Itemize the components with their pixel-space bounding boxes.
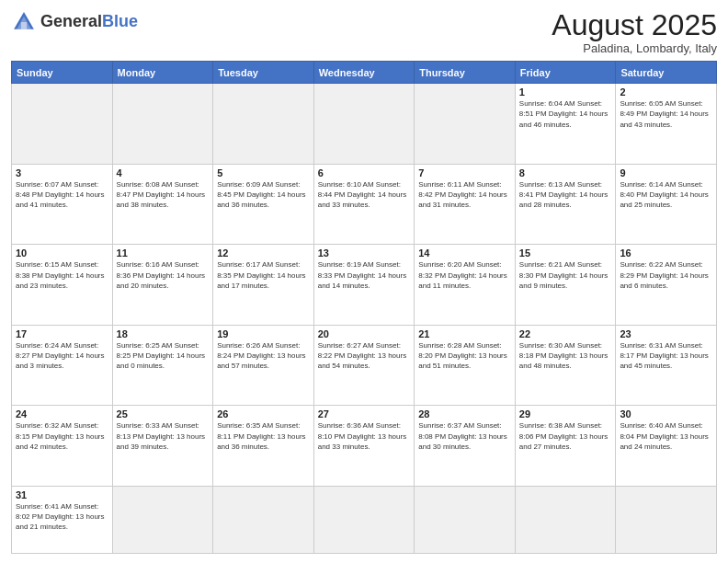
- header-friday: Friday: [515, 62, 616, 84]
- day-number: 3: [16, 167, 108, 178]
- calendar-cell: [415, 84, 516, 165]
- day-number: 2: [620, 86, 712, 98]
- calendar-cell: 20Sunrise: 6:27 AM Sunset: 8:22 PM Dayli…: [313, 325, 415, 406]
- day-info: Sunrise: 6:14 AM Sunset: 8:40 PM Dayligh…: [620, 179, 712, 211]
- calendar-cell: 11Sunrise: 6:16 AM Sunset: 8:36 PM Dayli…: [112, 245, 213, 326]
- day-number: 24: [16, 408, 108, 419]
- day-info: Sunrise: 6:28 AM Sunset: 8:20 PM Dayligh…: [418, 340, 511, 372]
- day-number: 8: [519, 167, 612, 178]
- day-info: Sunrise: 6:27 AM Sunset: 8:22 PM Dayligh…: [318, 340, 411, 372]
- calendar-cell: 18Sunrise: 6:25 AM Sunset: 8:25 PM Dayli…: [112, 325, 213, 406]
- header: GeneralBlue August 2025 Paladina, Lombar…: [11, 9, 717, 55]
- day-number: 5: [217, 167, 310, 178]
- calendar-cell: [616, 487, 717, 554]
- calendar-cell: 30Sunrise: 6:40 AM Sunset: 8:04 PM Dayli…: [616, 406, 717, 487]
- page: GeneralBlue August 2025 Paladina, Lombar…: [0, 0, 728, 563]
- calendar-cell: 12Sunrise: 6:17 AM Sunset: 8:35 PM Dayli…: [213, 245, 314, 326]
- day-info: Sunrise: 6:15 AM Sunset: 8:38 PM Dayligh…: [16, 259, 108, 291]
- logo-icon: [11, 9, 37, 35]
- day-info: Sunrise: 6:21 AM Sunset: 8:30 PM Dayligh…: [519, 259, 612, 291]
- calendar-cell: [12, 84, 113, 165]
- day-info: Sunrise: 6:13 AM Sunset: 8:41 PM Dayligh…: [519, 179, 612, 211]
- calendar-cell: 10Sunrise: 6:15 AM Sunset: 8:38 PM Dayli…: [12, 245, 113, 326]
- day-number: 9: [620, 167, 712, 178]
- day-info: Sunrise: 6:37 AM Sunset: 8:08 PM Dayligh…: [418, 420, 511, 452]
- header-wednesday: Wednesday: [313, 62, 415, 84]
- calendar-cell: 4Sunrise: 6:08 AM Sunset: 8:47 PM Daylig…: [112, 164, 213, 245]
- calendar-week-row: 10Sunrise: 6:15 AM Sunset: 8:38 PM Dayli…: [12, 245, 717, 326]
- calendar-cell: 17Sunrise: 6:24 AM Sunset: 8:27 PM Dayli…: [12, 325, 113, 406]
- day-info: Sunrise: 6:40 AM Sunset: 8:04 PM Dayligh…: [620, 420, 712, 452]
- calendar-week-row: 31Sunrise: 6:41 AM Sunset: 8:02 PM Dayli…: [12, 487, 717, 554]
- day-info: Sunrise: 6:41 AM Sunset: 8:02 PM Dayligh…: [16, 501, 108, 533]
- day-number: 29: [519, 408, 612, 419]
- day-info: Sunrise: 6:11 AM Sunset: 8:42 PM Dayligh…: [418, 179, 511, 211]
- calendar-week-row: 17Sunrise: 6:24 AM Sunset: 8:27 PM Dayli…: [12, 325, 717, 406]
- day-info: Sunrise: 6:08 AM Sunset: 8:47 PM Dayligh…: [117, 179, 210, 211]
- calendar-week-row: 1Sunrise: 6:04 AM Sunset: 8:51 PM Daylig…: [12, 84, 717, 165]
- calendar-cell: 6Sunrise: 6:10 AM Sunset: 8:44 PM Daylig…: [313, 164, 415, 245]
- calendar-cell: 3Sunrise: 6:07 AM Sunset: 8:48 PM Daylig…: [12, 164, 113, 245]
- calendar-cell: 9Sunrise: 6:14 AM Sunset: 8:40 PM Daylig…: [616, 164, 717, 245]
- day-number: 19: [217, 328, 310, 339]
- calendar-cell: [313, 487, 415, 554]
- calendar-cell: 22Sunrise: 6:30 AM Sunset: 8:18 PM Dayli…: [515, 325, 616, 406]
- svg-rect-2: [21, 22, 27, 29]
- calendar-cell: 16Sunrise: 6:22 AM Sunset: 8:29 PM Dayli…: [616, 245, 717, 326]
- calendar-cell: [213, 487, 314, 554]
- logo-text: GeneralBlue: [40, 13, 138, 31]
- calendar-cell: 31Sunrise: 6:41 AM Sunset: 8:02 PM Dayli…: [12, 487, 113, 554]
- day-info: Sunrise: 6:04 AM Sunset: 8:51 PM Dayligh…: [519, 98, 612, 130]
- calendar-cell: 8Sunrise: 6:13 AM Sunset: 8:41 PM Daylig…: [515, 164, 616, 245]
- calendar-cell: 1Sunrise: 6:04 AM Sunset: 8:51 PM Daylig…: [515, 84, 616, 165]
- calendar-cell: 21Sunrise: 6:28 AM Sunset: 8:20 PM Dayli…: [415, 325, 516, 406]
- day-info: Sunrise: 6:25 AM Sunset: 8:25 PM Dayligh…: [117, 340, 210, 372]
- day-number: 20: [318, 328, 411, 339]
- day-info: Sunrise: 6:05 AM Sunset: 8:49 PM Dayligh…: [620, 98, 712, 130]
- day-info: Sunrise: 6:07 AM Sunset: 8:48 PM Dayligh…: [16, 179, 108, 211]
- header-thursday: Thursday: [415, 62, 516, 84]
- header-tuesday: Tuesday: [213, 62, 314, 84]
- day-number: 13: [318, 247, 411, 259]
- day-info: Sunrise: 6:30 AM Sunset: 8:18 PM Dayligh…: [519, 340, 612, 372]
- day-info: Sunrise: 6:32 AM Sunset: 8:15 PM Dayligh…: [16, 420, 108, 452]
- header-monday: Monday: [112, 62, 213, 84]
- day-number: 10: [16, 247, 108, 259]
- logo-general: General: [40, 12, 102, 30]
- day-info: Sunrise: 6:17 AM Sunset: 8:35 PM Dayligh…: [217, 259, 310, 291]
- day-info: Sunrise: 6:09 AM Sunset: 8:45 PM Dayligh…: [217, 179, 310, 211]
- calendar-cell: 26Sunrise: 6:35 AM Sunset: 8:11 PM Dayli…: [213, 406, 314, 487]
- day-number: 30: [620, 408, 712, 419]
- day-info: Sunrise: 6:36 AM Sunset: 8:10 PM Dayligh…: [318, 420, 411, 452]
- day-number: 21: [418, 328, 511, 339]
- day-info: Sunrise: 6:26 AM Sunset: 8:24 PM Dayligh…: [217, 340, 310, 372]
- calendar-cell: 23Sunrise: 6:31 AM Sunset: 8:17 PM Dayli…: [616, 325, 717, 406]
- day-number: 4: [117, 167, 210, 178]
- calendar-cell: [112, 487, 213, 554]
- day-info: Sunrise: 6:10 AM Sunset: 8:44 PM Dayligh…: [318, 179, 411, 211]
- logo-blue: Blue: [102, 12, 138, 30]
- calendar-cell: 28Sunrise: 6:37 AM Sunset: 8:08 PM Dayli…: [415, 406, 516, 487]
- logo: GeneralBlue: [11, 9, 138, 35]
- day-info: Sunrise: 6:31 AM Sunset: 8:17 PM Dayligh…: [620, 340, 712, 372]
- calendar-cell: [515, 487, 616, 554]
- calendar-cell: [213, 84, 314, 165]
- calendar-cell: 19Sunrise: 6:26 AM Sunset: 8:24 PM Dayli…: [213, 325, 314, 406]
- day-number: 16: [620, 247, 712, 259]
- day-info: Sunrise: 6:19 AM Sunset: 8:33 PM Dayligh…: [318, 259, 411, 291]
- header-sunday: Sunday: [12, 62, 113, 84]
- day-number: 7: [418, 167, 511, 178]
- day-number: 22: [519, 328, 612, 339]
- calendar-table: Sunday Monday Tuesday Wednesday Thursday…: [11, 61, 717, 554]
- calendar-cell: [415, 487, 516, 554]
- calendar-cell: 2Sunrise: 6:05 AM Sunset: 8:49 PM Daylig…: [616, 84, 717, 165]
- calendar-cell: 25Sunrise: 6:33 AM Sunset: 8:13 PM Dayli…: [112, 406, 213, 487]
- calendar-title: August 2025: [552, 9, 717, 41]
- day-number: 1: [519, 86, 612, 98]
- day-info: Sunrise: 6:20 AM Sunset: 8:32 PM Dayligh…: [418, 259, 511, 291]
- calendar-cell: 13Sunrise: 6:19 AM Sunset: 8:33 PM Dayli…: [313, 245, 415, 326]
- calendar-cell: [313, 84, 415, 165]
- calendar-cell: 15Sunrise: 6:21 AM Sunset: 8:30 PM Dayli…: [515, 245, 616, 326]
- calendar-cell: 5Sunrise: 6:09 AM Sunset: 8:45 PM Daylig…: [213, 164, 314, 245]
- calendar-week-row: 3Sunrise: 6:07 AM Sunset: 8:48 PM Daylig…: [12, 164, 717, 245]
